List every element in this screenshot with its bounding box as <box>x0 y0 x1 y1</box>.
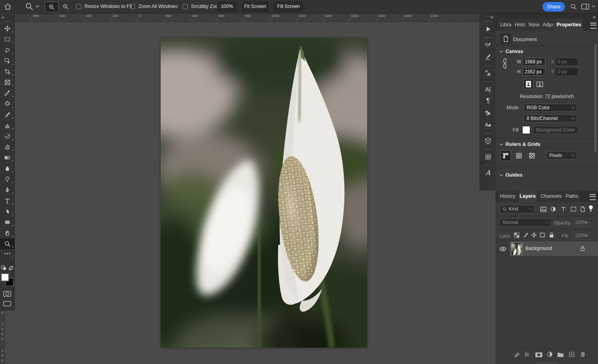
fill-screen-button[interactable]: Fill Screen <box>274 2 303 12</box>
tool-move[interactable] <box>0 23 15 34</box>
layer-filter-select[interactable]: Kind <box>500 205 535 213</box>
panel-3d[interactable] <box>480 135 496 147</box>
tool-clone-stamp[interactable] <box>0 120 15 131</box>
tool-pen[interactable] <box>0 185 15 195</box>
tab-properties[interactable]: Properties <box>554 19 582 31</box>
panel-character-styles[interactable]: A <box>480 119 496 131</box>
filter-adjustment-layers-icon[interactable] <box>550 206 556 212</box>
filter-toggle[interactable] <box>588 205 594 213</box>
panel-character[interactable]: A| <box>480 83 496 95</box>
layers-menu-icon[interactable] <box>590 194 596 200</box>
lock-position-icon[interactable] <box>531 232 537 238</box>
properties-scrollbar[interactable] <box>594 44 596 152</box>
layer-lock-icon[interactable] <box>580 245 585 252</box>
tool-gradient[interactable] <box>0 152 15 163</box>
screen-mode-button[interactable] <box>3 300 12 307</box>
filter-type-layers-icon[interactable] <box>561 206 567 212</box>
fill-select[interactable]: Background Color <box>533 126 578 134</box>
new-group-folder-icon[interactable] <box>557 352 564 358</box>
panel-brush-settings[interactable] <box>480 39 496 51</box>
panel-menu-icon[interactable] <box>590 23 596 29</box>
panel-actions[interactable] <box>480 23 496 35</box>
guides-chevron-icon[interactable] <box>500 174 503 177</box>
panel-glyphs[interactable]: A <box>480 167 496 179</box>
tool-frame[interactable] <box>0 77 15 88</box>
zoom-level-field[interactable]: 100% <box>217 2 236 12</box>
lock-transparency-icon[interactable] <box>514 232 519 238</box>
layer-visibility-eye-icon[interactable] <box>499 246 507 252</box>
tool-dodge[interactable] <box>0 174 15 185</box>
zoom-in-button[interactable] <box>45 2 59 12</box>
tab-paths[interactable]: Paths <box>563 191 581 202</box>
tool-crop[interactable] <box>0 66 15 77</box>
share-button[interactable]: Share <box>543 2 565 12</box>
canvas-section-chevron-icon[interactable] <box>500 51 503 53</box>
orientation-landscape-button[interactable] <box>535 79 545 89</box>
lock-pixels-icon[interactable] <box>523 232 529 238</box>
panel-clone-source[interactable] <box>480 67 496 79</box>
tool-type[interactable] <box>0 195 15 206</box>
panel-timeline[interactable] <box>480 151 496 163</box>
panel-brushes[interactable] <box>480 51 496 63</box>
lock-artboard-icon[interactable] <box>539 232 545 238</box>
tab-layers[interactable]: Layers <box>518 191 537 202</box>
toolbar-grip[interactable] <box>4 21 11 22</box>
home-button[interactable] <box>4 2 12 11</box>
layer-thumbnail[interactable] <box>511 243 522 255</box>
tool-brush[interactable] <box>0 109 15 120</box>
width-input[interactable]: 1568 px <box>522 58 545 66</box>
canvas-area[interactable] <box>5 22 496 364</box>
blend-mode-select[interactable]: Normal <box>500 218 551 226</box>
mode-select[interactable]: RGB Color <box>523 104 577 112</box>
tool-blur[interactable] <box>0 163 15 174</box>
tab-channels[interactable]: Channels <box>539 191 563 202</box>
edit-toolbar-button[interactable] <box>0 249 15 258</box>
filter-smart-objects-icon[interactable] <box>580 206 585 212</box>
filter-pixel-layers-icon[interactable] <box>540 207 547 212</box>
x-input[interactable]: 0 px <box>555 58 578 66</box>
tool-eyedropper[interactable] <box>0 88 15 98</box>
tool-spot-healing-brush[interactable] <box>0 98 15 109</box>
tool-hand[interactable] <box>0 228 15 238</box>
lock-all-icon[interactable] <box>549 232 554 238</box>
resize-windows-checkbox[interactable] <box>76 4 81 9</box>
swap-colors-icon[interactable] <box>8 266 14 271</box>
layer-name[interactable]: Background <box>525 246 552 251</box>
document-image[interactable] <box>161 37 367 348</box>
toolbar-expand-icon[interactable]: » <box>0 14 14 21</box>
workspace-chevron-icon[interactable] <box>592 5 595 8</box>
opacity-value[interactable]: 100% <box>572 218 590 226</box>
toggle-rulers-button[interactable] <box>500 150 511 161</box>
add-adjustment-layer-icon[interactable] <box>547 351 553 358</box>
tool-zoom[interactable] <box>0 238 15 249</box>
panel-collapse-icon[interactable]: « <box>480 14 496 21</box>
bit-depth-select[interactable]: 8 Bits/Channel <box>523 114 577 122</box>
filter-shape-layers-icon[interactable] <box>570 207 576 212</box>
foreground-color-swatch[interactable] <box>1 273 9 281</box>
new-layer-icon[interactable] <box>568 351 575 358</box>
layer-style-fx-icon[interactable]: fx <box>525 351 529 358</box>
panel-resize-grip[interactable] <box>537 362 557 363</box>
layer-row-background[interactable]: Background <box>496 241 598 256</box>
tab-histogram[interactable]: Histo <box>512 19 526 31</box>
tool-history-brush[interactable] <box>0 131 15 142</box>
default-colors-icon[interactable] <box>1 266 7 271</box>
link-layers-icon[interactable] <box>513 352 520 358</box>
ruler-units-select[interactable]: Pixels <box>546 152 577 159</box>
orientation-portrait-button[interactable] <box>523 79 533 89</box>
panel-paragraph-styles[interactable]: ¶ <box>480 107 496 119</box>
link-dimensions-icon[interactable] <box>502 57 508 70</box>
toggle-transparency-button[interactable] <box>527 150 537 161</box>
y-input[interactable]: 0 px <box>555 68 578 76</box>
toggle-grid-button[interactable] <box>513 150 524 161</box>
zoom-all-windows-checkbox[interactable] <box>130 4 135 9</box>
tool-object-selection[interactable] <box>0 55 15 66</box>
add-layer-mask-icon[interactable] <box>535 352 543 358</box>
tool-rectangular-marquee[interactable] <box>0 34 15 45</box>
fit-screen-button[interactable]: Fit Screen <box>242 2 268 12</box>
tool-path-selection[interactable] <box>0 206 15 217</box>
tab-adjustments[interactable]: Adjus <box>540 19 554 31</box>
tab-libraries[interactable]: Libra <box>498 19 512 31</box>
chevron-down-icon[interactable] <box>35 5 39 8</box>
tab-history[interactable]: History <box>498 191 518 202</box>
